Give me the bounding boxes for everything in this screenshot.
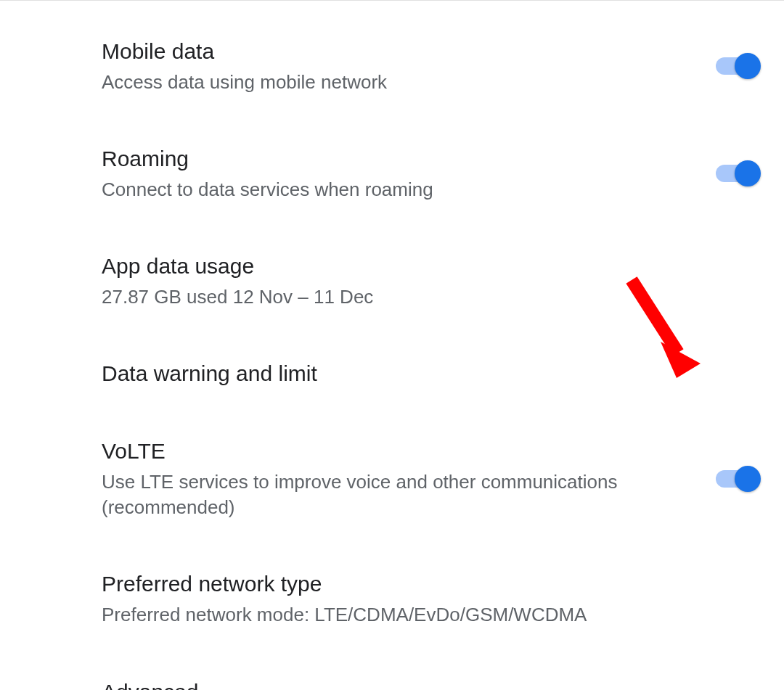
setting-text: Advanced Calling, System select, CDMA su… bbox=[102, 678, 756, 690]
setting-text: App data usage 27.87 GB used 12 Nov – 11… bbox=[102, 252, 756, 310]
setting-text: Preferred network type Preferred network… bbox=[102, 570, 756, 628]
setting-advanced[interactable]: Advanced Calling, System select, CDMA su… bbox=[29, 663, 756, 690]
toggle-thumb bbox=[735, 466, 761, 492]
toggle-volte[interactable] bbox=[716, 470, 756, 488]
toggle-roaming[interactable] bbox=[716, 165, 756, 182]
setting-preferred-network-type[interactable]: Preferred network type Preferred network… bbox=[102, 555, 756, 642]
toggle-thumb bbox=[735, 53, 761, 79]
toggle-mobile-data[interactable] bbox=[716, 57, 756, 75]
setting-subtitle: Access data using mobile network bbox=[102, 70, 687, 95]
setting-mobile-data[interactable]: Mobile data Access data using mobile net… bbox=[102, 22, 756, 110]
setting-subtitle: Connect to data services when roaming bbox=[102, 177, 687, 202]
setting-title: App data usage bbox=[102, 252, 727, 280]
setting-title: VoLTE bbox=[102, 437, 687, 465]
setting-title: Preferred network type bbox=[102, 570, 727, 598]
setting-subtitle: Use LTE services to improve voice and ot… bbox=[102, 469, 687, 520]
setting-app-data-usage[interactable]: App data usage 27.87 GB used 12 Nov – 11… bbox=[102, 237, 756, 324]
setting-text: Data warning and limit bbox=[102, 359, 756, 387]
toggle-thumb bbox=[735, 160, 761, 186]
setting-data-warning-limit[interactable]: Data warning and limit bbox=[102, 345, 756, 402]
setting-subtitle: Preferred network mode: LTE/CDMA/EvDo/GS… bbox=[102, 602, 727, 628]
setting-volte[interactable]: VoLTE Use LTE services to improve voice … bbox=[102, 422, 756, 535]
setting-title: Data warning and limit bbox=[102, 359, 727, 387]
setting-text: VoLTE Use LTE services to improve voice … bbox=[102, 437, 716, 520]
setting-title: Roaming bbox=[102, 144, 687, 173]
setting-title: Advanced bbox=[102, 678, 727, 690]
settings-list: Mobile data Access data using mobile net… bbox=[0, 1, 784, 690]
setting-subtitle: 27.87 GB used 12 Nov – 11 Dec bbox=[102, 284, 727, 310]
setting-roaming[interactable]: Roaming Connect to data services when ro… bbox=[102, 130, 756, 217]
setting-title: Mobile data bbox=[102, 37, 687, 65]
setting-text: Mobile data Access data using mobile net… bbox=[102, 37, 716, 95]
setting-text: Roaming Connect to data services when ro… bbox=[102, 144, 716, 202]
